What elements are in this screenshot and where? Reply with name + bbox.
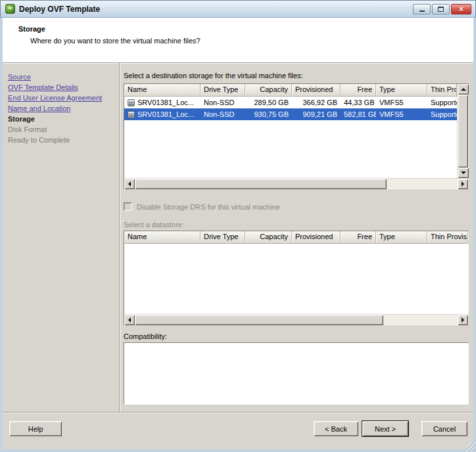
horizontal-scrollbar-track[interactable] bbox=[135, 315, 458, 325]
datastore-icon bbox=[128, 111, 135, 118]
window-frame: Storage Where do you want to store the v… bbox=[0, 18, 476, 452]
vsphere-app-icon bbox=[5, 4, 15, 14]
column-header-thin-provisioning[interactable]: Thin Prov... bbox=[427, 84, 457, 96]
back-button[interactable]: < Back bbox=[314, 421, 358, 436]
destination-storage-label: Select a destination storage for the vir… bbox=[124, 72, 469, 79]
horizontal-scrollbar[interactable] bbox=[124, 178, 468, 189]
horizontal-scrollbar-thumb[interactable] bbox=[135, 315, 383, 325]
scroll-up-icon bbox=[461, 88, 466, 91]
close-icon: × bbox=[459, 5, 464, 13]
disable-storage-drs-checkbox[interactable] bbox=[124, 202, 132, 211]
wizard-body: Source OVF Template Details End User Lic… bbox=[3, 63, 473, 412]
datastore-free: 582,81 GB bbox=[341, 108, 376, 120]
sidebar-link-source[interactable]: Source bbox=[8, 73, 31, 81]
compatibility-box bbox=[124, 342, 469, 405]
column-header-drive-type[interactable]: Drive Type bbox=[201, 231, 245, 243]
datastore-provisioned: 909,21 GB bbox=[292, 108, 341, 120]
wizard-steps-sidebar: Source OVF Template Details End User Lic… bbox=[3, 63, 120, 412]
column-header-provisioned[interactable]: Provisioned bbox=[292, 231, 341, 243]
datastore-icon bbox=[128, 99, 135, 106]
datastore-free: 44,33 GB bbox=[341, 97, 376, 108]
sidebar-item-source[interactable]: Source bbox=[8, 72, 116, 82]
sidebar-item-disk-format: Disk Format bbox=[8, 124, 116, 135]
column-header-free[interactable]: Free bbox=[341, 231, 376, 243]
resize-grip[interactable] bbox=[466, 442, 475, 451]
column-header-provisioned[interactable]: Provisioned bbox=[292, 84, 341, 96]
datastore-row-1[interactable]: SRV01381_Loc... Non-SSD 289,50 GB 366,92… bbox=[124, 97, 457, 108]
sidebar-item-storage-current: Storage bbox=[8, 114, 116, 124]
datastore-provisioned: 366,92 GB bbox=[292, 97, 341, 108]
datastore-type: VMFS5 bbox=[376, 108, 427, 120]
window-controls: × bbox=[413, 4, 471, 14]
column-header-type[interactable]: Type bbox=[376, 84, 427, 96]
page-title: Storage bbox=[18, 25, 473, 33]
page-subtitle: Where do you want to store the virtual m… bbox=[30, 37, 473, 45]
column-header-free[interactable]: Free bbox=[341, 84, 376, 96]
deploy-ovf-template-window: Deploy OVF Template × Storage Where do y… bbox=[0, 0, 476, 452]
column-header-drive-type[interactable]: Drive Type bbox=[201, 84, 245, 96]
datastore-type: VMFS5 bbox=[376, 97, 427, 108]
navigation-buttons: < Back Next > Cancel bbox=[314, 421, 467, 436]
column-header-capacity[interactable]: Capacity bbox=[245, 231, 292, 243]
datastore-table: Name Drive Type Capacity Provisioned Fre… bbox=[124, 231, 469, 325]
scroll-down-button[interactable] bbox=[458, 168, 469, 178]
scroll-left-icon bbox=[128, 181, 131, 187]
close-button[interactable]: × bbox=[451, 4, 471, 14]
wizard-footer: Help < Back Next > Cancel bbox=[3, 412, 473, 449]
scroll-left-button[interactable] bbox=[124, 179, 135, 189]
scroll-right-icon bbox=[462, 181, 464, 187]
compatibility-label: Compatibility: bbox=[124, 332, 469, 340]
column-header-name[interactable]: Name bbox=[124, 231, 201, 243]
datastore-name: SRV01381_Loc... bbox=[137, 97, 194, 108]
column-header-capacity[interactable]: Capacity bbox=[245, 84, 292, 96]
maximize-button[interactable] bbox=[432, 4, 450, 14]
disable-storage-drs-row: Disable Storage DRS for this virtual mac… bbox=[124, 202, 469, 211]
datastore-row-2-selected[interactable]: SRV01381_Loc... Non-SSD 930,75 GB 909,21… bbox=[124, 108, 457, 120]
sidebar-item-ovf-template-details[interactable]: OVF Template Details bbox=[8, 82, 116, 93]
window-title: Deploy OVF Template bbox=[19, 5, 413, 14]
title-bar[interactable]: Deploy OVF Template × bbox=[1, 1, 475, 18]
scroll-up-button[interactable] bbox=[458, 84, 469, 95]
datastore-thin-provisioning: Supporte... bbox=[427, 108, 457, 120]
datastore-table-header-row: Name Drive Type Capacity Provisioned Fre… bbox=[124, 231, 468, 244]
storage-table-body: SRV01381_Loc... Non-SSD 289,50 GB 366,92… bbox=[124, 97, 457, 178]
horizontal-scrollbar-thumb[interactable] bbox=[135, 179, 387, 189]
datastore-thin-provisioning: Supporte... bbox=[427, 97, 457, 108]
datastore-drive-type: Non-SSD bbox=[201, 97, 245, 108]
scroll-left-icon bbox=[128, 317, 131, 323]
horizontal-scrollbar-track[interactable] bbox=[135, 179, 458, 189]
cancel-button[interactable]: Cancel bbox=[421, 421, 467, 436]
disable-storage-drs-label: Disable Storage DRS for this virtual mac… bbox=[137, 203, 280, 211]
scroll-left-button[interactable] bbox=[124, 315, 135, 325]
sidebar-item-ready-to-complete: Ready to Complete bbox=[8, 135, 116, 145]
horizontal-scrollbar[interactable] bbox=[124, 314, 468, 325]
datastore-capacity: 930,75 GB bbox=[245, 108, 292, 120]
sidebar-link-end-user-license-agreement[interactable]: End User License Agreement bbox=[8, 94, 102, 102]
sidebar-item-end-user-license-agreement[interactable]: End User License Agreement bbox=[8, 93, 116, 103]
select-datastore-label: Select a datastore: bbox=[124, 221, 469, 229]
scroll-down-icon bbox=[461, 171, 466, 174]
wizard-main-panel: Select a destination storage for the vir… bbox=[120, 63, 473, 412]
minimize-button[interactable] bbox=[413, 4, 431, 14]
sidebar-item-name-and-location[interactable]: Name and Location bbox=[8, 103, 116, 114]
column-header-name[interactable]: Name bbox=[124, 84, 201, 96]
scroll-right-button[interactable] bbox=[458, 179, 468, 189]
destination-storage-table: Name Drive Type Capacity Provisioned Fre… bbox=[124, 83, 469, 189]
maximize-icon bbox=[438, 7, 444, 12]
storage-table-header-row: Name Drive Type Capacity Provisioned Fre… bbox=[124, 84, 457, 97]
datastore-drive-type: Non-SSD bbox=[201, 108, 245, 120]
scroll-right-button[interactable] bbox=[458, 315, 468, 325]
help-button[interactable]: Help bbox=[9, 421, 62, 436]
sidebar-link-ovf-template-details[interactable]: OVF Template Details bbox=[8, 83, 78, 91]
scroll-right-icon bbox=[462, 317, 464, 323]
vertical-scrollbar[interactable] bbox=[457, 84, 468, 178]
wizard-header: Storage Where do you want to store the v… bbox=[3, 18, 473, 63]
next-button[interactable]: Next > bbox=[362, 421, 408, 436]
column-header-thin-provisioning[interactable]: Thin Provis... bbox=[427, 231, 468, 243]
sidebar-link-name-and-location[interactable]: Name and Location bbox=[8, 104, 70, 112]
column-header-type[interactable]: Type bbox=[376, 231, 427, 243]
minimize-icon bbox=[419, 11, 425, 12]
datastore-capacity: 289,50 GB bbox=[245, 97, 292, 108]
datastore-name: SRV01381_Loc... bbox=[137, 108, 194, 120]
vertical-scrollbar-thumb[interactable] bbox=[458, 95, 468, 168]
